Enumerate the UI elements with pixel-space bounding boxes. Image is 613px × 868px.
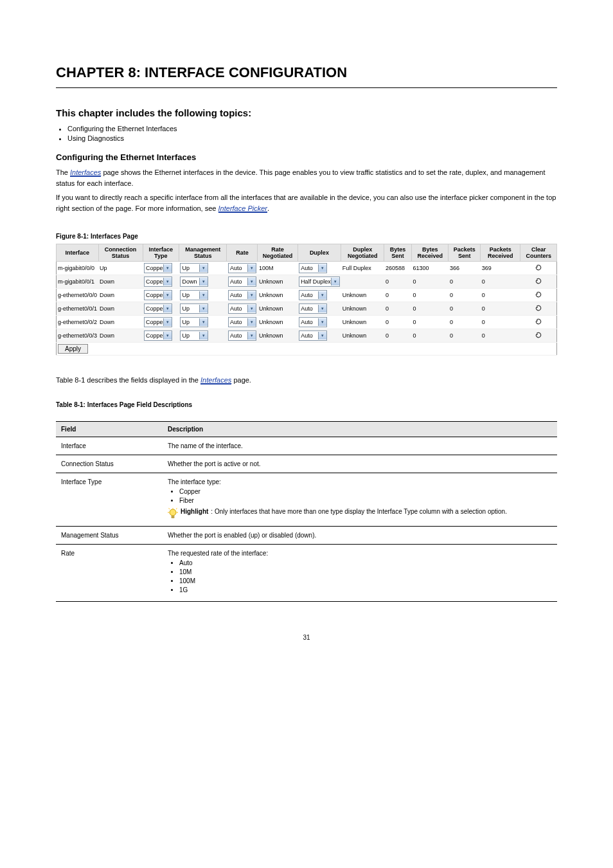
intro-item: Using Diagnostics	[67, 134, 557, 142]
rate-negotiated: Unknown	[258, 329, 298, 343]
chapter-rule	[56, 87, 557, 88]
management-status-select[interactable]: Down▾	[180, 276, 208, 287]
field-name: Connection Status	[56, 455, 163, 473]
table-row: RateThe requested rate of the interface:…	[56, 544, 557, 601]
chevron-down-icon: ▾	[318, 332, 326, 339]
rate-select[interactable]: Auto▾	[228, 276, 256, 287]
packets-sent: 0	[449, 289, 481, 302]
packets-sent: 0	[449, 302, 481, 316]
if-table-header: Packets Sent	[449, 244, 481, 262]
interface-name: m-gigabit0/0/1	[57, 275, 99, 289]
if-table-header: Duplex	[298, 244, 341, 262]
management-status-select[interactable]: Up▾	[180, 317, 208, 327]
if-table-header: Rate Negotiated	[258, 244, 298, 262]
packets-received: 0	[481, 329, 520, 343]
chevron-down-icon: ▾	[318, 305, 326, 312]
packets-received: 0	[481, 302, 520, 316]
field-name: Interface Type	[56, 473, 163, 526]
rate-negotiated: 100M	[258, 262, 298, 275]
rate-select[interactable]: Auto▾	[228, 263, 256, 273]
apply-button[interactable]: Apply	[58, 344, 88, 354]
field-description: The requested rate of the interface:Auto…	[163, 544, 557, 601]
interface-type-select[interactable]: Coppe▾	[144, 276, 172, 287]
interface-type-select[interactable]: Coppe▾	[144, 263, 172, 273]
if-table-header: Clear Counters	[520, 244, 557, 262]
duplex-select[interactable]: Auto▾	[299, 330, 327, 341]
chevron-down-icon: ▾	[163, 291, 172, 299]
packets-sent: 0	[449, 275, 481, 289]
management-status-select[interactable]: Up▾	[180, 263, 208, 273]
interface-name: m-gigabit0/0/0	[57, 262, 99, 275]
interface-name: g-ethernet0/0/1	[57, 302, 99, 316]
chevron-down-icon: ▾	[163, 278, 172, 285]
if-table-header: Interface	[57, 244, 99, 262]
refresh-icon[interactable]	[535, 304, 542, 312]
duplex-select[interactable]: Auto▾	[299, 290, 327, 300]
chevron-down-icon: ▾	[199, 264, 208, 272]
packets-received: 0	[481, 289, 520, 302]
rate-select[interactable]: Auto▾	[228, 317, 256, 327]
interface-picker-link[interactable]: Interface Picker	[218, 204, 267, 213]
duplex-negotiated: Unknown	[341, 302, 384, 316]
bytes-sent: 0	[384, 329, 412, 343]
bytes-sent: 0	[384, 316, 412, 329]
interface-type-select[interactable]: Coppe▾	[144, 290, 172, 300]
rate-select[interactable]: Auto▾	[228, 303, 256, 314]
duplex-select[interactable]: Half Duplex▾	[299, 276, 340, 287]
bytes-received: 0	[411, 289, 449, 302]
section-paragraph: The Interfaces page shows the Ethernet i…	[56, 167, 557, 188]
interfaces-link[interactable]: Interfaces	[200, 376, 231, 384]
list-item: Copper	[179, 488, 552, 495]
chevron-down-icon: ▾	[247, 264, 256, 272]
table-row: InterfaceThe name of the interface.	[56, 437, 557, 455]
management-status-select[interactable]: Up▾	[180, 330, 208, 341]
interface-type-select[interactable]: Coppe▾	[144, 330, 172, 341]
field-name: Rate	[56, 544, 163, 601]
rate-select[interactable]: Auto▾	[228, 290, 256, 300]
interface-name: g-ethernet0/0/0	[57, 289, 99, 302]
chevron-down-icon: ▾	[318, 291, 326, 299]
interface-type-select[interactable]: Coppe▾	[144, 303, 172, 314]
rate-select[interactable]: Auto▾	[228, 330, 256, 341]
desc-header-desc: Description	[163, 421, 557, 437]
table-caption: Table 8-1: Interfaces Page Field Descrip…	[56, 401, 557, 408]
duplex-select[interactable]: Auto▾	[299, 317, 327, 327]
table-row: g-ethernet0/0/1DownCoppe▾Up▾Auto▾Unknown…	[57, 302, 557, 316]
table-row: g-ethernet0/0/0DownCoppe▾Up▾Auto▾Unknown…	[57, 289, 557, 302]
refresh-icon[interactable]	[535, 318, 542, 325]
management-status-select[interactable]: Up▾	[180, 303, 208, 314]
duplex-negotiated: Unknown	[341, 289, 384, 302]
bytes-received: 0	[411, 275, 449, 289]
chapter-title: CHAPTER 8: INTERFACE CONFIGURATION	[56, 64, 557, 81]
chevron-down-icon: ▾	[199, 291, 208, 299]
refresh-icon[interactable]	[535, 291, 542, 298]
interfaces-table: InterfaceConnection StatusInterface Type…	[56, 244, 557, 356]
duplex-select[interactable]: Auto▾	[299, 263, 327, 273]
duplex-select[interactable]: Auto▾	[299, 303, 327, 314]
list-item: Auto	[179, 559, 552, 566]
refresh-icon[interactable]	[535, 277, 542, 285]
if-table-header: Bytes Received	[411, 244, 449, 262]
refresh-icon[interactable]	[535, 264, 542, 271]
chevron-down-icon: ▾	[331, 278, 339, 285]
interface-name: g-ethernet0/0/2	[57, 316, 99, 329]
chevron-down-icon: ▾	[199, 305, 208, 312]
chevron-down-icon: ▾	[318, 318, 326, 326]
table-row: g-ethernet0/0/3DownCoppe▾Up▾Auto▾Unknown…	[57, 329, 557, 343]
interface-type-select[interactable]: Coppe▾	[144, 317, 172, 327]
interfaces-link[interactable]: Interfaces	[70, 168, 101, 177]
table-row: m-gigabit0/0/0UpCoppe▾Up▾Auto▾100MAuto▾F…	[57, 262, 557, 275]
field-descriptions-table: Field Description InterfaceThe name of t…	[56, 421, 557, 602]
bytes-received: 0	[411, 302, 449, 316]
chevron-down-icon: ▾	[199, 332, 208, 339]
bytes-received: 61300	[411, 262, 449, 275]
list-item: 100M	[179, 577, 552, 584]
packets-sent: 366	[449, 262, 481, 275]
list-item: 10M	[179, 568, 552, 575]
refresh-icon[interactable]	[535, 331, 542, 339]
connection-status: Down	[98, 275, 143, 289]
management-status-select[interactable]: Up▾	[180, 290, 208, 300]
lightbulb-icon	[168, 508, 178, 521]
duplex-negotiated: Unknown	[341, 316, 384, 329]
svg-point-0	[170, 509, 176, 516]
